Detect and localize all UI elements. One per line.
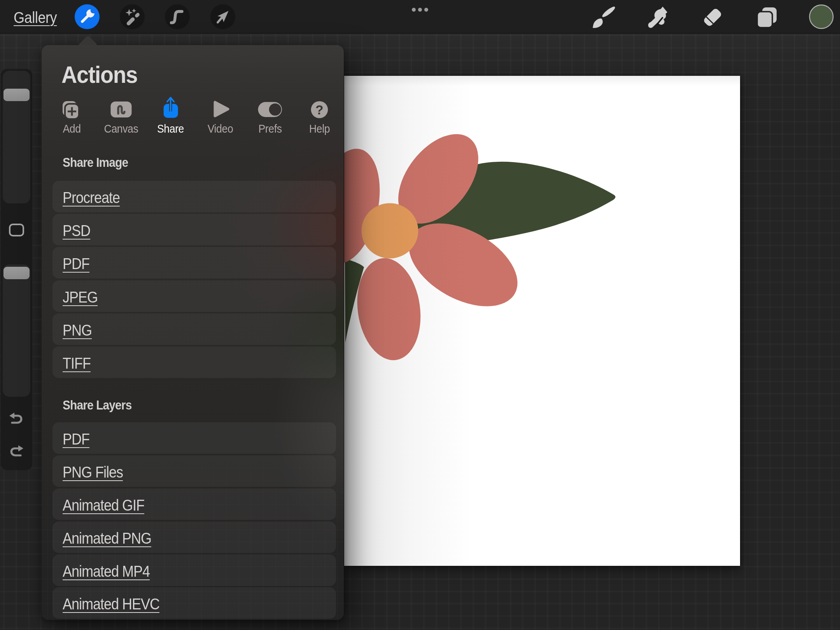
svg-text:?: ?	[315, 103, 323, 117]
